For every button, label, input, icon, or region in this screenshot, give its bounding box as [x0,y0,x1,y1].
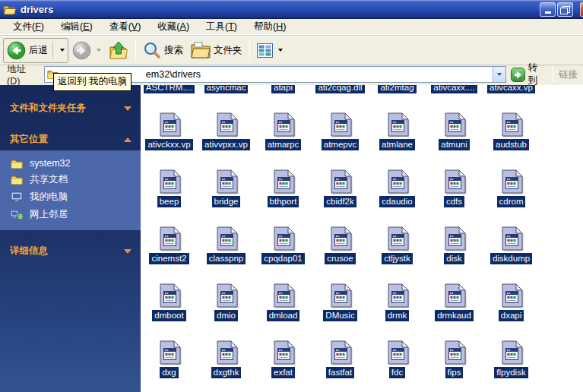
file-item[interactable]: DMusic [312,277,369,334]
back-button[interactable]: 后退 [3,38,68,63]
address-dropdown-button[interactable] [493,67,505,82]
sidebar-section-header[interactable]: 文件和文件夹任务 [0,99,141,118]
sidebar-item-我的电脑[interactable]: 我的电脑 [0,188,141,206]
minimize-icon [545,11,551,14]
file-label: drmk [385,310,410,321]
menu-item-3[interactable]: 收藏(A) [149,19,198,35]
file-list-area[interactable]: ASCTRM....asyncmacatapiati2cqag.dllati2m… [141,85,583,392]
file-item[interactable]: bridge [198,163,255,220]
file-item[interactable]: classpnp [198,220,255,277]
sidebar-section-header[interactable]: 详细信息 [0,242,141,261]
file-item[interactable]: disk [426,220,483,277]
file-label: bthport [268,196,299,207]
file-item[interactable]: cpqdap01 [255,220,312,277]
back-dropdown-caret[interactable] [60,49,65,52]
file-label: diskdump [490,253,532,264]
file-item[interactable]: dmio [198,277,255,334]
chevron-down-icon[interactable] [124,106,131,111]
chevron-down-icon[interactable] [124,249,131,254]
minimize-button[interactable] [540,2,556,17]
system-file-icon [499,280,524,308]
file-label: fastfat [326,367,354,378]
file-item[interactable]: ati2cqag.dll [312,85,369,106]
close-button[interactable] [580,2,583,17]
file-item[interactable]: cdrom [483,163,540,220]
file-item[interactable]: fastfat [312,334,369,391]
file-item[interactable]: cbidf2k [312,163,369,220]
menu-item-2[interactable]: 查看(V) [101,19,150,35]
address-separator [553,66,553,83]
file-label: DMusic [323,310,356,321]
file-item[interactable]: asyncmac [198,85,255,106]
content-area: 文件和文件夹任务其它位置system32共享文档我的电脑网上邻居详细信息 ASC… [0,85,583,392]
restore-button[interactable] [557,2,573,17]
file-item[interactable]: dxapi [483,277,540,334]
back-tooltip: 返回到 我的电脑 [53,73,131,91]
file-label: cdaudio [379,196,414,207]
file-item[interactable]: dmboot [141,277,198,334]
file-item[interactable]: diskdump [483,220,540,277]
file-item[interactable]: ativcaxx.vp [483,85,540,106]
folders-label: 文件夹 [214,44,242,57]
forward-button[interactable] [68,38,105,63]
file-item[interactable]: bthport [255,163,312,220]
file-item[interactable]: ASCTRM.... [141,85,198,106]
file-item[interactable]: ativcaxx.... [426,85,483,106]
file-item[interactable]: atmarpc [255,106,312,163]
links-label[interactable]: 链接 [555,68,581,81]
system-file-icon [214,109,239,138]
up-button[interactable] [105,38,132,63]
sidebar-item-网上邻居[interactable]: 网上邻居 [0,206,141,223]
file-label: dmio [214,310,238,321]
menu-item-5[interactable]: 帮助(H) [246,19,294,35]
file-item[interactable]: atmuni [426,106,483,163]
folders-button[interactable]: 文件夹 [187,38,246,63]
file-item[interactable]: cdaudio [369,163,426,220]
file-item[interactable]: audstub [483,106,540,163]
file-item[interactable]: cdfs [426,163,483,220]
system-file-icon [385,166,410,194]
file-item[interactable]: flpydisk [483,334,540,391]
system-file-icon [157,109,182,138]
file-item[interactable]: drmk [369,277,426,334]
file-item[interactable]: ativvpxx.vp [198,106,255,163]
sidebar-item-system32[interactable]: system32 [0,156,141,171]
views-dropdown-caret[interactable] [278,49,283,52]
file-item[interactable]: fips [426,334,483,391]
file-item[interactable]: beep [141,163,198,220]
file-item[interactable]: crusoe [312,220,369,277]
search-button[interactable]: 搜索 [139,38,187,63]
file-item[interactable]: atmepvc [312,106,369,163]
file-item[interactable]: dxgthk [198,334,255,391]
forward-dropdown-caret[interactable] [97,49,101,52]
file-item[interactable]: fdc [369,334,426,391]
sidebar-item-label: 共享文档 [30,173,68,186]
sidebar-item-共享文档[interactable]: 共享文档 [0,171,141,188]
file-label: flpydisk [494,367,528,378]
file-item[interactable]: ctljystk [369,220,426,277]
file-item[interactable]: exfat [255,334,312,391]
views-button[interactable] [253,38,287,63]
sidebar-section-header[interactable]: 其它位置 [0,130,141,149]
system-file-icon [271,280,296,308]
go-button[interactable]: 转到 [506,62,551,87]
sidebar-item-label: system32 [30,158,71,169]
file-item[interactable]: dmload [255,277,312,334]
file-item[interactable]: cinemst2 [141,220,198,277]
file-label: cdfs [444,196,464,207]
file-label: cinemst2 [149,253,189,264]
file-row: ativckxx.vpativvpxx.vpatmarpcatmepvcatml… [141,106,540,163]
file-item[interactable]: dxg [141,334,198,391]
menu-item-4[interactable]: 工具(T) [198,19,246,35]
chevron-up-icon[interactable] [124,138,131,142]
file-item[interactable]: ati2mtag [369,85,426,106]
file-item[interactable]: atapi [255,85,312,106]
menu-item-0[interactable]: 文件(F) [5,19,52,35]
file-item[interactable]: atmlane [369,106,426,163]
file-item[interactable]: drmkaud [426,277,483,334]
system-file-icon [385,109,410,138]
file-item[interactable]: ativckxx.vp [141,106,198,163]
menu-item-1[interactable]: 编辑(E) [52,19,101,35]
back-icon [7,41,26,60]
file-label: ati2cqag.dll [315,85,364,93]
